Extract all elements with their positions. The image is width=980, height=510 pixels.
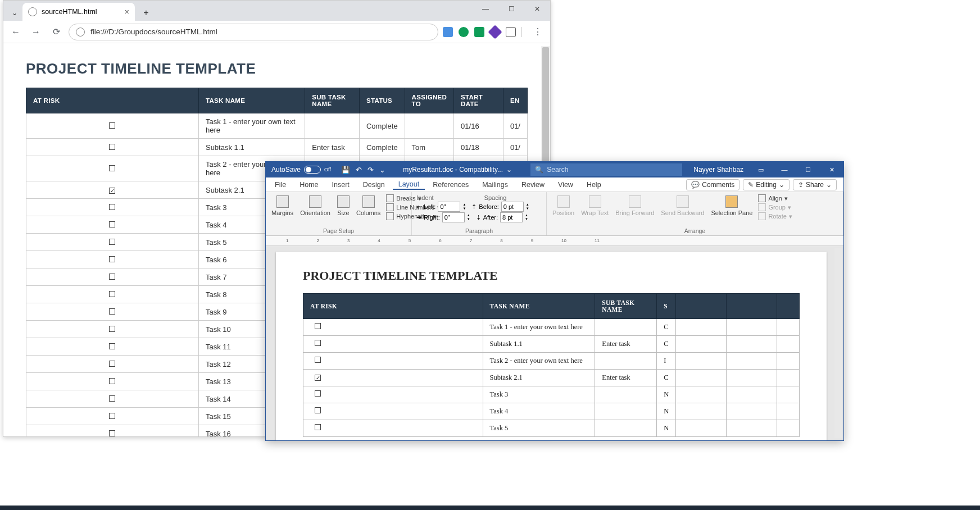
checkbox-cell[interactable] bbox=[26, 373, 199, 390]
checkbox-icon[interactable] bbox=[315, 407, 321, 413]
cell[interactable] bbox=[676, 336, 727, 353]
project-table[interactable]: AT RISKTASK NAMESUB TASK NAMES Task 1 - … bbox=[303, 293, 800, 437]
checkbox-cell[interactable] bbox=[26, 286, 199, 303]
save-icon[interactable]: 💾 bbox=[341, 166, 350, 174]
cell[interactable] bbox=[777, 403, 799, 420]
task-cell[interactable]: Subtask 1.1 bbox=[483, 336, 595, 353]
checkbox-icon[interactable] bbox=[315, 357, 321, 363]
checkbox-icon[interactable] bbox=[109, 361, 115, 367]
task-cell[interactable]: Task 2 - enter your own text here bbox=[483, 353, 595, 370]
minimize-button[interactable]: — bbox=[473, 1, 498, 17]
task-cell[interactable]: Task 4 bbox=[483, 403, 595, 420]
browser-menu-button[interactable]: ⋮ bbox=[530, 24, 546, 40]
size-button[interactable]: Size bbox=[336, 194, 351, 217]
checkbox-icon[interactable] bbox=[109, 291, 115, 297]
horizontal-ruler[interactable]: 1234567891011 bbox=[266, 236, 843, 246]
spacing-before-input[interactable]: ⇡Before:▲▼ bbox=[471, 202, 529, 212]
table-row[interactable]: Task 2 - enter your own text here I bbox=[303, 353, 800, 370]
checkbox-cell[interactable] bbox=[26, 216, 199, 234]
cell[interactable] bbox=[727, 403, 777, 420]
cell[interactable] bbox=[777, 370, 799, 386]
status-cell[interactable]: I bbox=[657, 353, 676, 370]
url-input[interactable]: file:///D:/Groupdocs/sourceHTML.html bbox=[69, 24, 438, 40]
search-box[interactable]: 🔍 Search bbox=[530, 163, 682, 176]
checkbox-icon[interactable] bbox=[315, 424, 321, 430]
checkbox-icon[interactable] bbox=[315, 323, 321, 329]
scrollbar[interactable] bbox=[834, 248, 842, 438]
status-cell[interactable]: C bbox=[657, 319, 676, 336]
status-cell[interactable]: C bbox=[657, 370, 676, 386]
extension-icon[interactable] bbox=[459, 27, 469, 37]
new-tab-button[interactable]: + bbox=[138, 5, 154, 21]
extensions-menu-icon[interactable] bbox=[506, 27, 516, 37]
checkbox-cell[interactable] bbox=[303, 370, 483, 386]
checkbox-icon[interactable] bbox=[109, 188, 115, 194]
checkbox-icon[interactable] bbox=[109, 144, 115, 150]
checkbox-cell[interactable] bbox=[26, 156, 199, 181]
subtask-cell[interactable] bbox=[595, 386, 657, 403]
checkbox-cell[interactable] bbox=[303, 353, 483, 370]
qat-more-icon[interactable]: ⌄ bbox=[379, 166, 385, 174]
indent-left-input[interactable]: ⇤Left:▲▼ bbox=[416, 202, 466, 212]
checkbox-icon[interactable] bbox=[109, 274, 115, 280]
checkbox-cell[interactable] bbox=[26, 425, 199, 437]
margins-button[interactable]: Margins bbox=[270, 194, 294, 217]
table-row[interactable]: Task 4 N bbox=[303, 403, 800, 420]
table-row[interactable]: Task 3 N bbox=[303, 386, 800, 403]
checkbox-cell[interactable] bbox=[26, 356, 199, 373]
cell[interactable] bbox=[727, 336, 777, 353]
indent-right-input[interactable]: ⇥Right:▲▼ bbox=[416, 212, 470, 222]
checkbox-icon[interactable] bbox=[315, 375, 321, 381]
tab-home[interactable]: Home bbox=[294, 180, 324, 190]
subtask-cell[interactable] bbox=[595, 319, 657, 336]
checkbox-icon[interactable] bbox=[109, 308, 115, 315]
editing-button[interactable]: ✎ Editing ⌄ bbox=[743, 179, 790, 190]
status-cell[interactable]: N bbox=[657, 386, 676, 403]
subtask-cell[interactable] bbox=[595, 420, 657, 437]
cell[interactable] bbox=[777, 336, 799, 353]
align-button[interactable]: Align ▾ bbox=[758, 194, 792, 202]
share-button[interactable]: ⇪ Share ⌄ bbox=[793, 179, 837, 190]
tab-references[interactable]: References bbox=[427, 180, 474, 190]
account-name[interactable]: Nayyer Shahbaz bbox=[688, 166, 749, 174]
status-cell[interactable]: C bbox=[657, 336, 676, 353]
spacing-after-input[interactable]: ⇣After:▲▼ bbox=[476, 212, 528, 222]
checkbox-cell[interactable] bbox=[26, 251, 199, 268]
cell[interactable] bbox=[727, 319, 777, 336]
table-row[interactable]: Subtask 2.1 Enter task C bbox=[303, 370, 800, 386]
autosave-control[interactable]: AutoSave Off bbox=[266, 166, 337, 174]
tab-mailings[interactable]: Mailings bbox=[477, 180, 514, 190]
checkbox-cell[interactable] bbox=[303, 319, 483, 336]
checkbox-icon[interactable] bbox=[109, 221, 115, 227]
status-cell[interactable]: N bbox=[657, 403, 676, 420]
checkbox-icon[interactable] bbox=[315, 340, 321, 346]
cell[interactable] bbox=[727, 370, 777, 386]
site-info-icon[interactable] bbox=[76, 28, 85, 37]
task-cell[interactable]: Subtask 2.1 bbox=[483, 370, 595, 386]
close-button[interactable]: ✕ bbox=[820, 162, 843, 177]
cell[interactable] bbox=[777, 319, 799, 336]
subtask-cell[interactable]: Enter task bbox=[595, 336, 657, 353]
checkbox-cell[interactable] bbox=[303, 386, 483, 403]
cell[interactable] bbox=[727, 386, 777, 403]
checkbox-cell[interactable] bbox=[26, 113, 199, 139]
task-cell[interactable]: Task 1 - enter your own text here bbox=[483, 319, 595, 336]
task-cell[interactable]: Task 3 bbox=[483, 386, 595, 403]
checkbox-cell[interactable] bbox=[26, 338, 199, 356]
tab-help[interactable]: Help bbox=[581, 180, 607, 190]
back-button[interactable]: ← bbox=[8, 24, 24, 40]
comments-button[interactable]: 💬 Comments bbox=[686, 179, 739, 190]
checkbox-icon[interactable] bbox=[109, 204, 115, 210]
browser-tab[interactable]: sourceHTML.html × bbox=[22, 3, 135, 21]
checkbox-cell[interactable] bbox=[26, 408, 199, 425]
cell[interactable] bbox=[676, 403, 727, 420]
extension-icon[interactable] bbox=[443, 27, 453, 37]
checkbox-icon[interactable] bbox=[109, 378, 115, 384]
cell[interactable] bbox=[676, 353, 727, 370]
close-button[interactable]: ✕ bbox=[524, 1, 550, 17]
checkbox-icon[interactable] bbox=[109, 430, 115, 436]
undo-icon[interactable]: ↶ bbox=[356, 166, 362, 174]
autosave-toggle[interactable] bbox=[304, 166, 321, 174]
cell[interactable] bbox=[676, 420, 727, 437]
redo-icon[interactable]: ↷ bbox=[368, 166, 374, 174]
